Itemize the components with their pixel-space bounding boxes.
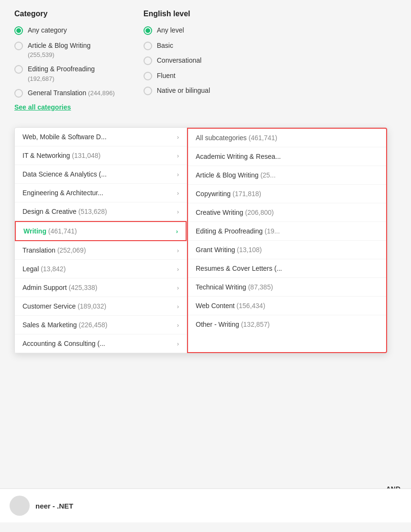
right-item-web-content[interactable]: Web Content (156,434)	[188, 297, 386, 315]
category-article-label: Article & Blog Writing	[28, 42, 90, 49]
chevron-icon: ›	[176, 228, 178, 235]
right-item-creative-writing[interactable]: Creative Writing (206,800)	[188, 203, 386, 222]
chevron-icon: ›	[177, 321, 179, 329]
right-item-article-blog[interactable]: Article & Blog Writing (25...	[188, 166, 386, 185]
right-item-grant-writing[interactable]: Grant Writing (13,108)	[188, 241, 386, 259]
left-item-sales-label: Sales & Marketing (226,458)	[22, 321, 174, 329]
right-item-resumes-label: Resumes & Cover Letters (...	[196, 265, 282, 272]
radio-conversational[interactable]	[144, 56, 152, 65]
chevron-icon: ›	[177, 152, 179, 159]
right-item-creative-label: Creative Writing (206,800)	[196, 209, 274, 216]
left-item-cs-label: Customer Service (189,032)	[22, 302, 174, 310]
level-native[interactable]: Native or bilingual	[144, 86, 210, 96]
chevron-icon: ›	[177, 133, 179, 141]
bottom-bar: neer - .NET	[0, 488, 411, 522]
filters-row: Category Any category Article & Blog Wri…	[14, 10, 397, 117]
chevron-icon: ›	[177, 171, 179, 178]
left-item-sales[interactable]: Sales & Marketing (226,458) ›	[15, 316, 187, 334]
right-item-web-content-label: Web Content (156,434)	[196, 302, 265, 310]
right-item-article-label: Article & Blog Writing (25...	[196, 171, 276, 179]
bottom-title: neer - .NET	[35, 502, 73, 510]
right-item-academic[interactable]: Academic Writing & Resea...	[188, 147, 386, 166]
level-any-label: Any level	[157, 26, 184, 35]
left-item-web-mobile-label: Web, Mobile & Software D...	[22, 133, 174, 141]
level-basic-label: Basic	[157, 41, 173, 51]
left-item-data-label: Data Science & Analytics (...	[22, 170, 174, 178]
left-item-admin-label: Admin Support (425,338)	[22, 284, 174, 291]
chevron-icon: ›	[177, 266, 179, 273]
left-item-it-networking[interactable]: IT & Networking (131,048) ›	[15, 146, 187, 165]
category-editing-label: Editing & Proofreading	[28, 65, 95, 73]
category-translation-count: (244,896)	[88, 89, 115, 97]
chevron-icon: ›	[177, 340, 179, 347]
category-any[interactable]: Any category	[14, 26, 115, 35]
right-item-editing[interactable]: Editing & Proofreading (19...	[188, 222, 386, 241]
category-article-blog[interactable]: Article & Blog Writing (255,539)	[14, 41, 115, 59]
right-item-copywriting[interactable]: Copywriting (171,818)	[188, 185, 386, 203]
left-item-design-label: Design & Creative (513,628)	[22, 208, 174, 215]
right-item-grant-label: Grant Writing (13,108)	[196, 246, 262, 254]
left-item-data-science[interactable]: Data Science & Analytics (... ›	[15, 165, 187, 184]
left-item-translation[interactable]: Translation (252,069) ›	[15, 241, 187, 260]
right-item-other-label: Other - Writing (132,857)	[196, 321, 270, 328]
category-article-count: (255,539)	[28, 51, 55, 58]
right-panel: All subcategories (461,741) Academic Wri…	[187, 128, 387, 353]
right-item-academic-label: Academic Writing & Resea...	[196, 153, 281, 160]
left-item-translation-label: Translation (252,069)	[22, 246, 174, 254]
category-translation-label: General Translation (244,896)	[28, 89, 115, 98]
level-conversational[interactable]: Conversational	[144, 56, 210, 66]
left-item-accounting[interactable]: Accounting & Consulting (... ›	[15, 334, 187, 353]
left-item-writing-label: Writing (461,741)	[23, 227, 173, 235]
left-item-it-label: IT & Networking (131,048)	[22, 152, 174, 159]
radio-fluent[interactable]	[144, 72, 152, 80]
category-any-label: Any category	[28, 26, 67, 35]
left-item-accounting-label: Accounting & Consulting (...	[22, 340, 174, 347]
radio-article-blog[interactable]	[14, 42, 23, 50]
left-item-customer-service[interactable]: Customer Service (189,032) ›	[15, 297, 187, 316]
right-item-editing-label: Editing & Proofreading (19...	[196, 227, 280, 235]
left-item-engineering[interactable]: Engineering & Architectur... ›	[15, 184, 187, 202]
all-subcategories-label: All subcategories (461,741)	[196, 134, 277, 142]
radio-any-category[interactable]	[14, 26, 23, 35]
chevron-icon: ›	[177, 303, 179, 310]
category-filter: Category Any category Article & Blog Wri…	[14, 10, 115, 117]
chevron-icon: ›	[177, 189, 179, 197]
right-item-technical-label: Technical Writing (87,385)	[196, 283, 273, 291]
english-level-title: English level	[144, 10, 210, 18]
avatar	[10, 496, 30, 516]
radio-editing[interactable]	[14, 65, 23, 74]
left-item-legal[interactable]: Legal (13,842) ›	[15, 260, 187, 278]
category-title: Category	[14, 10, 115, 18]
right-item-copywriting-label: Copywriting (171,818)	[196, 190, 261, 198]
all-subcategories-item[interactable]: All subcategories (461,741)	[188, 129, 386, 147]
level-any[interactable]: Any level	[144, 26, 210, 35]
left-item-legal-label: Legal (13,842)	[22, 265, 174, 273]
level-basic[interactable]: Basic	[144, 41, 210, 51]
right-item-technical-writing[interactable]: Technical Writing (87,385)	[188, 278, 386, 297]
page-wrapper: Category Any category Article & Blog Wri…	[0, 0, 411, 532]
left-item-admin[interactable]: Admin Support (425,338) ›	[15, 278, 187, 297]
chevron-icon: ›	[177, 208, 179, 215]
level-conversational-label: Conversational	[157, 56, 201, 66]
level-fluent[interactable]: Fluent	[144, 71, 210, 81]
left-item-engineering-label: Engineering & Architectur...	[22, 189, 174, 197]
right-item-other-writing[interactable]: Other - Writing (132,857)	[188, 315, 386, 333]
english-level-filter: English level Any level Basic Conversati…	[144, 10, 210, 117]
radio-any-level[interactable]	[144, 26, 152, 35]
radio-basic[interactable]	[144, 42, 152, 50]
right-item-resumes[interactable]: Resumes & Cover Letters (...	[188, 259, 386, 278]
chevron-icon: ›	[177, 284, 179, 291]
left-panel: Web, Mobile & Software D... › IT & Netwo…	[15, 128, 187, 353]
level-fluent-label: Fluent	[157, 71, 176, 81]
category-editing[interactable]: Editing & Proofreading (192,687)	[14, 65, 115, 83]
see-all-categories-link[interactable]: See all categories	[14, 103, 115, 111]
left-item-web-mobile[interactable]: Web, Mobile & Software D... ›	[15, 128, 187, 146]
radio-native[interactable]	[144, 87, 152, 95]
category-dropdown: Web, Mobile & Software D... › IT & Netwo…	[14, 127, 388, 354]
radio-translation[interactable]	[14, 89, 23, 98]
chevron-icon: ›	[177, 247, 179, 254]
left-item-design[interactable]: Design & Creative (513,628) ›	[15, 202, 187, 221]
category-editing-count: (192,687)	[28, 75, 55, 82]
category-translation[interactable]: General Translation (244,896)	[14, 89, 115, 98]
left-item-writing[interactable]: Writing (461,741) ›	[15, 221, 187, 241]
